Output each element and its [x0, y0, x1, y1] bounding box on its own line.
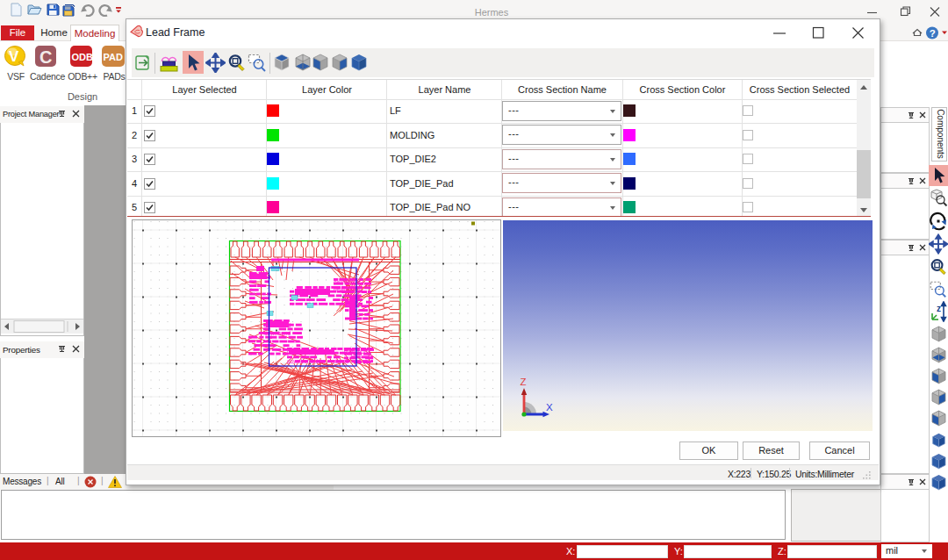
svg-text:z: z	[937, 304, 941, 313]
svg-text:downbond: downbond	[344, 348, 370, 355]
svg-text:ODB: ODB	[72, 52, 94, 62]
svg-text:dewnbond: dewnbond	[264, 330, 291, 336]
svg-text:downbond: downbond	[287, 348, 313, 355]
svg-text:PAD: PAD	[104, 52, 123, 62]
svg-text:V: V	[9, 48, 19, 65]
svg-text:downbond: downbond	[264, 322, 291, 328]
svg-text:?: ?	[930, 28, 936, 39]
svg-text:nbond: nbond	[333, 358, 348, 364]
svg-text:downbond dew: downbond dew	[287, 358, 326, 364]
svg-text:Z: Z	[521, 377, 527, 387]
svg-text:C: C	[40, 47, 52, 67]
svg-text:X: X	[546, 402, 553, 413]
